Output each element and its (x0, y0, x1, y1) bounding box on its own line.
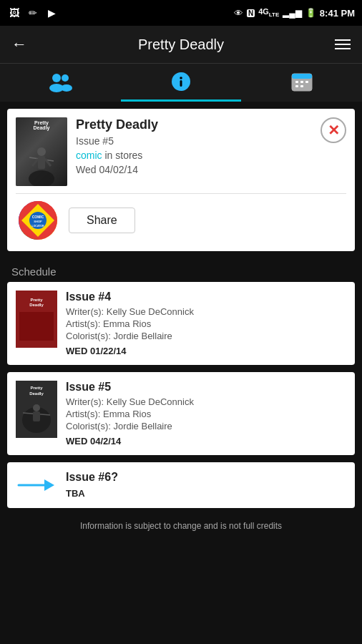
issue-date: Wed 04/02/14 (76, 164, 346, 175)
svg-point-14 (29, 170, 54, 186)
schedule-writer-5: Writer(s): Kelly Sue DeConnick (66, 396, 346, 407)
svg-rect-11 (305, 81, 308, 83)
issue-card: PrettyDeadly Pretty Deadly Issue #5 (7, 109, 355, 251)
status-icons-right: 👁 N 4GLTE ▂▄▆ 🔋 8:41 PM (234, 7, 355, 18)
schedule-colorist-4: Colorist(s): Jordie Bellaire (66, 331, 346, 341)
svg-rect-9 (295, 81, 298, 83)
issue-type-link[interactable]: comic (76, 150, 102, 161)
calendar-icon (290, 71, 313, 92)
svg-point-3 (61, 84, 72, 92)
tab-bar (0, 63, 362, 102)
tab-calendar[interactable] (241, 64, 362, 102)
svg-rect-13 (300, 85, 303, 87)
menu-line-3 (335, 48, 351, 49)
cover-label: PrettyDeadly (17, 120, 66, 130)
image-icon: 🖼 (7, 6, 21, 20)
schedule-card-4: Pretty Deadly Issue #4 Writer(s): Kelly … (7, 282, 355, 365)
main-content: PrettyDeadly Pretty Deadly Issue #5 (0, 102, 362, 644)
schedule-artist-5: Artist(s): Emma Rios (66, 409, 346, 419)
schedule-info-5: Issue #5 Writer(s): Kelly Sue DeConnick … (66, 381, 346, 447)
eye-icon: 👁 (234, 8, 243, 19)
svg-rect-17 (38, 156, 45, 169)
status-bar: 🖼 ✏ ▶ 👁 N 4GLTE ▂▄▆ 🔋 8:41 PM (0, 0, 362, 26)
menu-line-1 (335, 39, 351, 41)
issue-cover-image: PrettyDeadly (16, 117, 67, 186)
page-title: Pretty Deadly (138, 36, 224, 53)
header: ← Pretty Deadly (0, 26, 362, 63)
svg-point-6 (180, 77, 182, 79)
status-time: 8:41 PM (320, 8, 355, 19)
menu-button[interactable] (335, 39, 351, 49)
network-icon: 4GLTE (258, 7, 279, 18)
svg-rect-10 (300, 81, 303, 83)
schedule-tba: TBA (66, 488, 346, 499)
play-icon: ▶ (44, 6, 59, 20)
svg-text:Deadly: Deadly (29, 303, 44, 307)
svg-text:Pretty: Pretty (30, 298, 43, 302)
svg-rect-12 (295, 85, 298, 87)
svg-point-0 (52, 74, 61, 82)
right-arrow-icon (17, 475, 56, 495)
svg-marker-37 (44, 479, 54, 491)
footer-note: Information is subject to change and is … (0, 515, 362, 537)
cover-art: PrettyDeadly (16, 117, 67, 186)
schedule-cover-4: Pretty Deadly (16, 291, 57, 348)
schedule-colorist-5: Colorist(s): Jordie Bellaire (66, 421, 346, 431)
svg-line-18 (32, 159, 38, 166)
schedule-issue-6: Issue #6? (66, 471, 346, 484)
svg-rect-35 (33, 411, 40, 421)
issue-type-line: comic in stores (76, 150, 346, 161)
schedule-date-5: WED 04/2/14 (66, 436, 346, 447)
schedule-issue-4: Issue #4 (66, 291, 346, 303)
signal-icon: ▂▄▆ (283, 8, 302, 18)
issue-number: Issue #5 (76, 135, 346, 147)
schedule-header: Schedule (0, 258, 362, 282)
share-button[interactable]: Share (69, 208, 135, 233)
svg-rect-28 (19, 312, 54, 341)
svg-rect-5 (180, 80, 182, 87)
schedule-writer-4: Writer(s): Kelly Sue DeConnick (66, 306, 346, 317)
svg-text:COMIC: COMIC (32, 215, 44, 219)
issue-card-top: PrettyDeadly Pretty Deadly Issue #5 (16, 117, 346, 186)
back-button[interactable]: ← (11, 35, 27, 54)
schedule-date-4: WED 01/22/14 (66, 346, 346, 356)
close-icon: ✕ (328, 123, 340, 137)
svg-point-34 (33, 404, 40, 411)
svg-rect-8 (292, 74, 312, 79)
menu-line-2 (335, 44, 351, 45)
comic-shop-locator-logo: COMIC SHOP LOCATOR (19, 201, 57, 240)
svg-text:LOCATOR: LOCATOR (32, 225, 44, 228)
info-icon (170, 71, 192, 92)
svg-text:Deadly: Deadly (29, 391, 44, 396)
svg-point-2 (62, 74, 69, 82)
issue-type-suffix: in stores (102, 150, 143, 161)
schedule-info-4: Issue #4 Writer(s): Kelly Sue DeConnick … (66, 291, 346, 356)
close-button[interactable]: ✕ (321, 117, 346, 143)
issue-info: Pretty Deadly Issue #5 comic in stores W… (76, 117, 346, 186)
edit-icon: ✏ (26, 6, 40, 20)
status-icons-left: 🖼 ✏ ▶ (7, 6, 59, 20)
tab-people[interactable] (0, 64, 121, 102)
schedule-cover-5: Pretty Deadly (16, 381, 57, 438)
schedule-artist-4: Artist(s): Emma Rios (66, 318, 346, 329)
schedule-card-6: Issue #6? TBA (7, 462, 355, 508)
nfc-icon: N (247, 9, 255, 17)
schedule-issue-5: Issue #5 (66, 381, 346, 394)
svg-point-16 (37, 147, 46, 156)
schedule-info-6: Issue #6? TBA (66, 471, 346, 499)
svg-text:SHOP: SHOP (34, 220, 42, 223)
svg-text:Pretty: Pretty (30, 386, 43, 390)
schedule-card-5: Pretty Deadly Issue #5 Writer(s): Kelly … (7, 372, 355, 455)
issue-title: Pretty Deadly (76, 117, 346, 132)
people-icon (48, 71, 72, 92)
battery-icon: 🔋 (305, 8, 316, 18)
share-row: COMIC SHOP LOCATOR Share (16, 193, 346, 243)
arrow-icon-container (16, 471, 57, 499)
tab-info[interactable] (121, 64, 242, 102)
